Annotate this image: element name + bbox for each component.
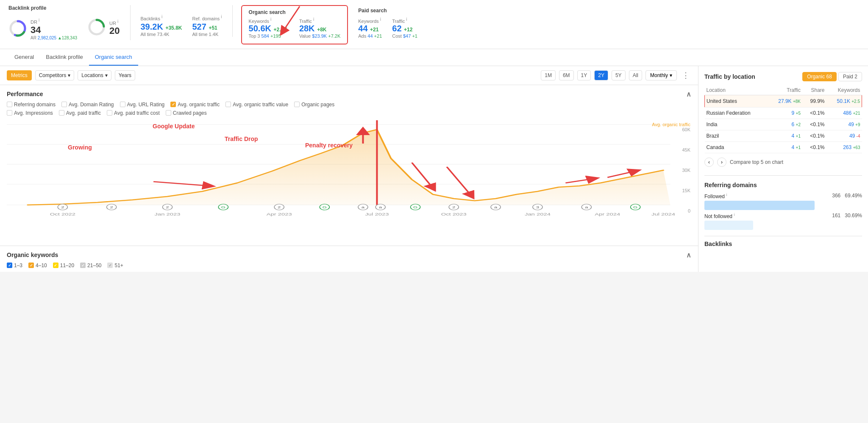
paid-toggle-btn[interactable]: Paid 2	[838, 72, 862, 81]
competitors-dropdown[interactable]: Competitors ▾	[35, 70, 75, 80]
time-5y[interactable]: 5Y	[612, 70, 626, 80]
cb-avg-domain-rating[interactable]: Avg. Domain Rating	[61, 102, 114, 108]
next-arrow[interactable]: ›	[717, 158, 726, 167]
more-options[interactable]: ⋮	[680, 71, 691, 80]
tab-backlink-profile[interactable]: Backlink profile	[40, 49, 89, 66]
cb-avg-url-rating[interactable]: Avg. URL Rating	[120, 102, 165, 108]
metrics-button[interactable]: Metrics	[7, 70, 32, 80]
left-panel: Metrics Competitors ▾ Locations ▾ Years …	[0, 66, 698, 272]
locations-dropdown[interactable]: Locations ▾	[78, 70, 111, 80]
tab-organic-search[interactable]: Organic search	[89, 49, 138, 66]
svg-text:G: G	[221, 205, 225, 209]
table-row[interactable]: Canada 4 +1 <0.1% 263 +63	[705, 141, 862, 153]
monthly-dropdown[interactable]: Monthly ▾	[645, 70, 677, 80]
performance-title: Performance	[7, 91, 43, 97]
performance-chart: 2 2 2 G 2 G a a G	[7, 120, 691, 218]
paid-traffic-label: Traffic i	[392, 17, 417, 24]
cb-avg-paid-traffic[interactable]: Avg. paid traffic	[59, 110, 101, 116]
referring-domains-section: Referring domains Followed i 366 69.49% …	[704, 175, 862, 230]
svg-text:Jul 2024: Jul 2024	[651, 212, 675, 216]
organic-traffic-block: Traffic i 28K +8K Value $23.9K +7.2K	[299, 17, 340, 39]
organic-search-box: Organic search Keywords i 50.6K +2.6K To…	[241, 5, 348, 44]
cb-avg-paid-traffic-cost[interactable]: Avg. paid traffic cost	[107, 110, 160, 116]
paid-section-label: Paid search	[358, 8, 417, 14]
svg-text:Apr 2023: Apr 2023	[267, 212, 292, 216]
ur-label: UR i	[109, 19, 120, 26]
col-location: Location	[705, 86, 768, 95]
paid-ads: Ads 44 +21	[358, 33, 382, 39]
loc-ca-name: Canada	[705, 141, 768, 153]
prev-arrow[interactable]: ‹	[704, 158, 714, 167]
kw-filter-21-50[interactable]: ✓ 21–50	[80, 263, 101, 268]
organic-kw-label: Keywords i	[249, 17, 287, 24]
right-panel: Traffic by location Organic 68 Paid 2 Lo…	[698, 66, 868, 272]
cb-organic-pages[interactable]: Organic pages	[294, 102, 334, 108]
backlinks-title: Backlinks	[704, 241, 862, 247]
organic-kw-value: 50.6K +2.6K	[249, 24, 287, 33]
svg-text:a: a	[494, 205, 498, 209]
compare-row: ‹ › Compare top 5 on chart	[704, 153, 862, 171]
organic-traffic-value: 28K +8K	[299, 24, 340, 33]
not-followed-value: 161 30.69%	[832, 213, 862, 219]
kw-filter-1-3[interactable]: ✓ 1–3	[7, 263, 22, 268]
ur-value: 20	[109, 25, 120, 36]
table-row[interactable]: United States 27.9K +8K 99.9% 50.1K +2.5	[705, 95, 862, 107]
backlinks-value: 39.2K +35.8K	[141, 22, 182, 32]
loc-br-traffic: 4 +1	[768, 130, 802, 141]
col-keywords: Keywords	[826, 86, 862, 95]
organic-keywords-collapse[interactable]: ∧	[686, 251, 691, 259]
cb-avg-organic-traffic-value[interactable]: Avg. organic traffic value	[225, 102, 288, 108]
cb-avg-impressions[interactable]: Avg. Impressions	[7, 110, 53, 116]
tab-general[interactable]: General	[8, 49, 40, 66]
paid-search-section: Paid search Keywords i 44 +21 Ads 44 +21…	[356, 5, 417, 39]
kw-filter-51plus[interactable]: ✓ 51+	[107, 263, 123, 268]
organic-keywords-section: Organic keywords ∧ ✓ 1–3 ✓ 4–10 ✓ 11–20 …	[0, 246, 698, 272]
col-share: Share	[802, 86, 826, 95]
table-row[interactable]: Russian Federation 9 +5 <0.1% 486 +21	[705, 107, 862, 119]
loc-in-kw: 49 +9	[826, 119, 862, 130]
backlink-profile-title: Backlink profile	[8, 5, 120, 11]
svg-text:Jan 2023: Jan 2023	[155, 212, 181, 216]
followed-bar-wrap: Followed i 366 69.49%	[704, 193, 862, 210]
time-2y[interactable]: 2Y	[594, 70, 608, 80]
paid-traffic-value: 62 +12	[392, 24, 417, 33]
table-row[interactable]: India 6 +2 <0.1% 49 +9	[705, 119, 862, 130]
cb-crawled-pages[interactable]: Crawled pages	[166, 110, 207, 116]
compare-label: Compare top 5 on chart	[730, 159, 783, 165]
y-30k: 30K	[682, 168, 690, 173]
organic-toggle-btn[interactable]: Organic 68	[802, 72, 837, 81]
years-button[interactable]: Years	[115, 70, 135, 80]
organic-top3: Top 3 584 +195	[249, 33, 287, 39]
chart-area: Avg. organic traffic 60K 45K 30K 15K 0 G…	[0, 119, 698, 246]
y-45k: 45K	[682, 147, 690, 152]
not-followed-label: Not followed i	[704, 213, 734, 219]
svg-text:a: a	[585, 205, 588, 209]
cb-referring-domains[interactable]: Referring domains	[7, 102, 56, 108]
kw-filter-4-10[interactable]: ✓ 4–10	[28, 263, 47, 268]
performance-section: Performance ∧ Referring domains Avg. Dom…	[0, 85, 698, 246]
organic-traffic-label: Traffic i	[299, 17, 340, 24]
toolbar: Metrics Competitors ▾ Locations ▾ Years …	[0, 66, 698, 85]
table-row[interactable]: Brazil 4 +1 <0.1% 49 -4	[705, 130, 862, 141]
paid-traffic-block: Traffic i 62 +12 Cost $47 +1	[392, 17, 417, 39]
time-1y[interactable]: 1Y	[577, 70, 591, 80]
organic-section-label: Organic search	[249, 9, 341, 15]
ref-domains-block: Ref. domains i 527 +51 All time 1.4K	[192, 14, 222, 37]
organic-keywords-header: Organic keywords ∧	[0, 246, 698, 262]
kw-filter-11-20[interactable]: ✓ 11–20	[53, 263, 74, 268]
organic-keywords-block: Keywords i 50.6K +2.6K Top 3 584 +195	[249, 17, 287, 39]
svg-text:Jul 2023: Jul 2023	[365, 212, 389, 216]
time-all[interactable]: All	[629, 70, 642, 80]
col-traffic: Traffic	[768, 86, 802, 95]
followed-bar-label: Followed i 366 69.49%	[704, 193, 862, 199]
time-6m[interactable]: 6M	[559, 70, 574, 80]
svg-text:2: 2	[61, 205, 64, 209]
ref-domains-label: Ref. domains i	[192, 14, 222, 21]
backlinks-block: Backlinks i 39.2K +35.8K All time 73.4K	[141, 14, 182, 37]
time-1m[interactable]: 1M	[541, 70, 556, 80]
referring-domains-title: Referring domains	[704, 182, 862, 188]
collapse-chevron[interactable]: ∧	[686, 90, 691, 98]
cb-avg-organic-traffic[interactable]: ✓ Avg. organic traffic	[170, 102, 220, 108]
loc-in-traffic: 6 +2	[768, 119, 802, 130]
main-layout: Metrics Competitors ▾ Locations ▾ Years …	[0, 66, 868, 272]
